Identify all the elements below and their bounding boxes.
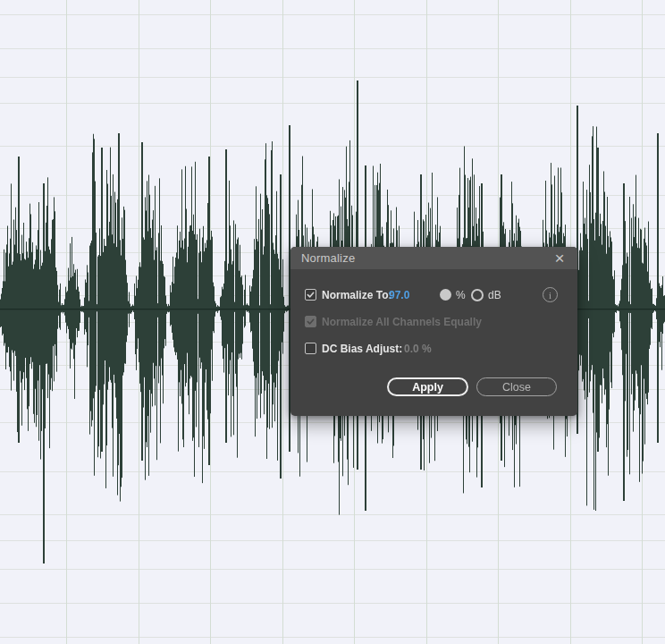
- percent-radio[interactable]: [440, 289, 451, 301]
- dc-bias-row: DC Bias Adjust: 0.0 %: [290, 343, 577, 356]
- audio-editor-window: Normalize × Normalize To: 97.0 % dB i: [0, 0, 665, 644]
- close-button[interactable]: Close: [476, 377, 557, 396]
- normalize-dialog: Normalize × Normalize To: 97.0 % dB i: [290, 247, 577, 416]
- normalize-to-value[interactable]: 97.0: [389, 289, 409, 301]
- db-radio[interactable]: [471, 289, 484, 301]
- normalize-to-row: Normalize To: 97.0 % dB i: [290, 289, 577, 302]
- check-icon: [307, 291, 315, 299]
- check-icon: [307, 318, 315, 326]
- normalize-to-label: Normalize To:: [322, 289, 391, 301]
- normalize-to-checkbox[interactable]: [305, 289, 316, 301]
- db-radio-label[interactable]: dB: [488, 289, 501, 301]
- close-icon[interactable]: ×: [550, 248, 569, 268]
- dialog-title: Normalize: [301, 251, 355, 265]
- all-channels-label: Normalize All Channels Equally: [322, 316, 482, 328]
- info-icon[interactable]: i: [543, 287, 558, 302]
- dc-bias-checkbox[interactable]: [305, 343, 316, 354]
- dc-bias-value: 0.0 %: [404, 343, 432, 355]
- all-channels-checkbox: [305, 316, 316, 327]
- dc-bias-label: DC Bias Adjust:: [322, 343, 402, 355]
- percent-radio-label[interactable]: %: [456, 289, 466, 301]
- apply-button[interactable]: Apply: [387, 377, 468, 396]
- all-channels-row: Normalize All Channels Equally: [290, 316, 577, 329]
- dialog-titlebar[interactable]: Normalize ×: [290, 247, 577, 269]
